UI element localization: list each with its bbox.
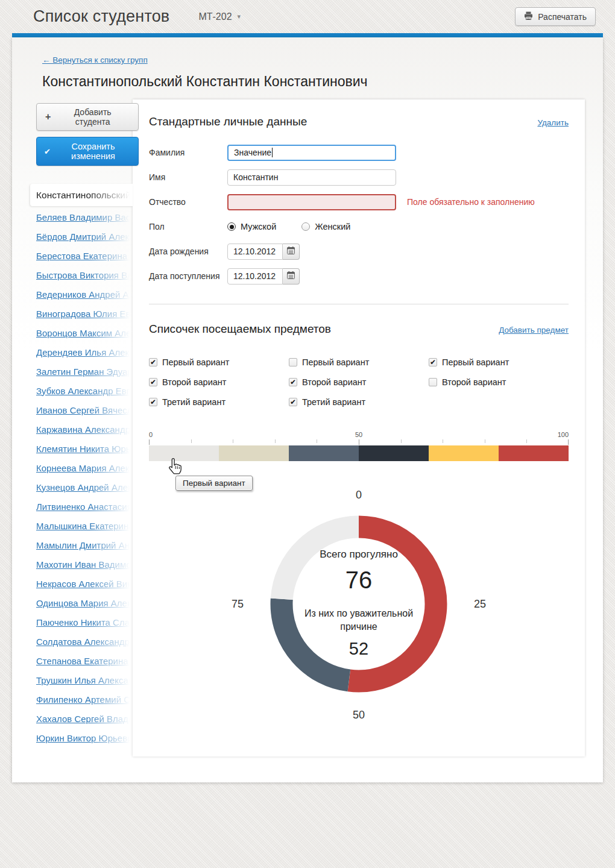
- student-list-item-active[interactable]: Константинопольский К: [30, 184, 133, 206]
- subject-checkbox-cell[interactable]: Первый вариант: [289, 357, 429, 367]
- checkbox-icon[interactable]: [289, 358, 297, 366]
- student-list-item[interactable]: Корнеева Мария Алексе: [36, 458, 133, 477]
- header-accent-bar: [12, 33, 603, 37]
- student-list-item[interactable]: Залетин Герман Эдуард: [36, 362, 133, 381]
- radio-icon[interactable]: [301, 222, 310, 231]
- subject-checkbox-cell[interactable]: ✔Третий вариант: [289, 397, 429, 407]
- student-list-item[interactable]: Беляев Владимир Васил: [36, 207, 133, 227]
- group-selector-value: МТ-202: [198, 11, 232, 22]
- student-link[interactable]: Мамылин Дмитрий Анд: [36, 540, 133, 550]
- student-link[interactable]: Ведерников Андрей Ал: [36, 289, 133, 300]
- student-link[interactable]: Кузнецов Андрей Алек: [36, 482, 133, 492]
- enrolldate-calendar-button[interactable]: [283, 268, 300, 285]
- student-link[interactable]: Иванов Сергей Вячесла: [36, 405, 133, 415]
- student-list-item[interactable]: Иванов Сергей Вячесла: [36, 400, 133, 420]
- checkbox-icon[interactable]: ✔: [289, 378, 297, 386]
- student-list-item[interactable]: Быстрова Виктория Вла: [36, 265, 133, 285]
- student-list-item[interactable]: Степанова Екатерина Н: [36, 651, 133, 670]
- subject-checkbox-cell[interactable]: ✔Первый вариант: [429, 357, 569, 367]
- add-student-button[interactable]: + Добавить студента: [36, 103, 139, 131]
- student-link[interactable]: Степанова Екатерина Н: [36, 656, 133, 666]
- student-link[interactable]: Литвиненко Анастасия: [36, 502, 133, 512]
- bar-segment[interactable]: [499, 445, 569, 461]
- save-changes-button[interactable]: ✔ Сохранить изменения: [36, 137, 139, 166]
- student-list-item[interactable]: Дерендяев Илья Алекса: [36, 342, 133, 362]
- student-list-item[interactable]: Трушкин Илья Алексан: [36, 670, 133, 690]
- bar-segment[interactable]: [289, 445, 359, 461]
- student-list-item[interactable]: Хахалов Сергей Влади: [36, 709, 133, 728]
- checkbox-icon[interactable]: [429, 378, 437, 386]
- subject-checkbox-cell[interactable]: Второй вариант: [429, 377, 569, 387]
- student-link[interactable]: Хахалов Сергей Влади: [36, 714, 133, 724]
- student-link[interactable]: Беляев Владимир Васил: [36, 212, 133, 222]
- student-link[interactable]: Паюченко Никита Слав: [36, 617, 133, 627]
- student-list-item[interactable]: Некрасов Алексей Викт: [36, 574, 133, 593]
- subject-checkbox-cell[interactable]: ✔Первый вариант: [149, 357, 289, 367]
- student-list-item[interactable]: Филипенко Артемий Се: [36, 690, 133, 709]
- student-list-item[interactable]: Каржавина Александра: [36, 420, 133, 439]
- checkbox-icon[interactable]: ✔: [149, 358, 157, 366]
- print-button[interactable]: Распечатать: [515, 7, 596, 26]
- student-list-item[interactable]: Махотин Иван Вадимов: [36, 555, 133, 574]
- back-to-groups-link[interactable]: ← Вернуться к списку групп: [42, 55, 148, 64]
- bar-segment[interactable]: [219, 445, 289, 461]
- student-link[interactable]: Корнеева Мария Алексе: [36, 463, 133, 473]
- gender-radio-checked[interactable]: Мужской: [227, 222, 276, 231]
- add-subject-link[interactable]: Добавить предмет: [499, 326, 569, 335]
- student-list-item[interactable]: Литвиненко Анастасия: [36, 497, 133, 516]
- student-link[interactable]: Юркин Виктор Юрьевич: [36, 733, 133, 743]
- student-link[interactable]: Зубков Александр Евге: [36, 386, 133, 396]
- student-link[interactable]: Клемятин Никита Юрье: [36, 444, 133, 454]
- student-link[interactable]: Бёрдов Дмитрий Алекса: [36, 231, 133, 242]
- subject-checkbox-cell[interactable]: ✔Второй вариант: [289, 377, 429, 387]
- student-link[interactable]: Трушкин Илья Алексан: [36, 675, 133, 685]
- student-list-item[interactable]: Виноградова Юлия Евге: [36, 304, 133, 323]
- student-list-item[interactable]: Паюченко Никита Слав: [36, 612, 133, 632]
- student-link[interactable]: Залетин Герман Эдуард: [36, 366, 133, 377]
- student-list-item[interactable]: Берестова Екатерина В: [36, 246, 133, 265]
- group-selector[interactable]: МТ-202 ▾: [198, 11, 241, 22]
- bar-segment[interactable]: [359, 445, 429, 461]
- birthdate-calendar-button[interactable]: [283, 244, 300, 260]
- student-link[interactable]: Солдатова Александра: [36, 637, 133, 647]
- delete-student-link[interactable]: Удалить: [537, 118, 569, 127]
- checkbox-icon[interactable]: ✔: [149, 378, 157, 386]
- student-link[interactable]: Одинцова Мария Алекс: [36, 598, 133, 608]
- checkbox-icon[interactable]: ✔: [429, 358, 437, 366]
- bar-segment[interactable]: [429, 445, 499, 461]
- bar-segment[interactable]: [149, 445, 219, 461]
- student-list-item[interactable]: Малышкина Екатерина: [36, 516, 133, 535]
- student-list-item[interactable]: Воронцов Максим Алек: [36, 323, 133, 342]
- student-link[interactable]: Виноградова Юлия Евге: [36, 309, 133, 319]
- student-link[interactable]: Берестова Екатерина В: [36, 251, 133, 261]
- student-link[interactable]: Каржавина Александра: [36, 424, 133, 435]
- student-list-item[interactable]: Одинцова Мария Алекс: [36, 593, 133, 612]
- student-link[interactable]: Воронцов Максим Алек: [36, 328, 133, 338]
- student-list-item[interactable]: Кузнецов Андрей Алек: [36, 477, 133, 497]
- student-list-item[interactable]: Бёрдов Дмитрий Алекса: [36, 227, 133, 246]
- checkbox-icon[interactable]: ✔: [149, 398, 157, 406]
- student-list-item[interactable]: Зубков Александр Евге: [36, 381, 133, 400]
- student-link[interactable]: Дерендяев Илья Алекса: [36, 347, 133, 357]
- student-link[interactable]: Константинопольский К: [36, 190, 133, 201]
- student-list-item[interactable]: Солдатова Александра: [36, 632, 133, 651]
- student-list-item[interactable]: Ведерников Андрей Ал: [36, 285, 133, 304]
- student-link[interactable]: Быстрова Виктория Вла: [36, 270, 133, 280]
- student-list-item[interactable]: Клемятин Никита Юрье: [36, 439, 133, 458]
- gender-radio-unchecked[interactable]: Женский: [301, 222, 350, 231]
- student-link[interactable]: Малышкина Екатерина: [36, 521, 133, 531]
- middlename-input[interactable]: [227, 194, 396, 210]
- student-list-item[interactable]: Мамылин Дмитрий Анд: [36, 535, 133, 555]
- student-link[interactable]: Филипенко Артемий Се: [36, 694, 133, 705]
- subject-checkbox-cell[interactable]: ✔Второй вариант: [149, 377, 289, 387]
- birthdate-input[interactable]: [227, 244, 283, 260]
- subject-checkbox-cell[interactable]: ✔Третий вариант: [149, 397, 289, 407]
- enrolldate-input[interactable]: [227, 268, 283, 285]
- checkbox-icon[interactable]: ✔: [289, 398, 297, 406]
- lastname-input[interactable]: Значение: [227, 145, 396, 161]
- firstname-input[interactable]: [227, 169, 396, 186]
- student-link[interactable]: Махотин Иван Вадимов: [36, 559, 133, 570]
- radio-icon[interactable]: [227, 222, 236, 231]
- student-link[interactable]: Некрасов Алексей Викт: [36, 579, 133, 589]
- student-list-item[interactable]: Юркин Виктор Юрьевич: [36, 728, 133, 747]
